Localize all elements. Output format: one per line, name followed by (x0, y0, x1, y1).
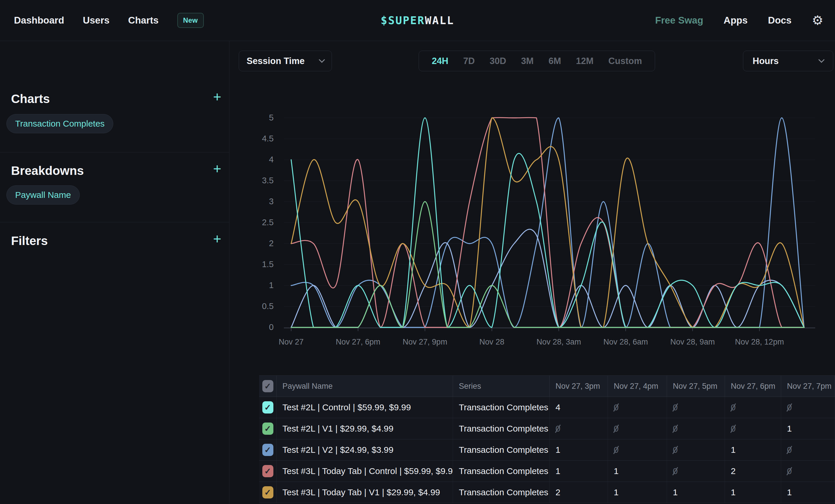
value-cell: 1 (608, 482, 667, 503)
sidebar: Charts + Transaction Completes Breakdown… (0, 41, 229, 504)
chart-series-line (291, 229, 804, 328)
metric-select[interactable]: Session Time (239, 50, 332, 71)
unit-select[interactable]: Hours (743, 50, 833, 71)
value: 0 (787, 402, 792, 412)
range-tab-custom[interactable]: Custom (609, 56, 642, 66)
chip-transaction-completes[interactable]: Transaction Completes (6, 114, 113, 133)
y-axis-label: 4 (230, 155, 274, 164)
nav-item-charts[interactable]: Charts (128, 15, 159, 26)
value: 2 (731, 466, 736, 476)
paywall-name-cell: Test #3L | Today Tab | Control | $59.99,… (277, 461, 453, 482)
value-cell: 1 (725, 439, 781, 460)
table-row: ✓Test #2L | V2 | $24.99, $3.99Transactio… (259, 439, 835, 461)
gear-icon[interactable]: ⚙ (812, 14, 823, 27)
value: 0 (787, 466, 792, 476)
range-tab-24h[interactable]: 24H (432, 56, 448, 66)
y-axis-label: 2 (230, 238, 274, 248)
value-cell: 0 (725, 397, 781, 418)
value-cell: 0 (781, 397, 835, 418)
value: 1 (787, 487, 792, 497)
series-cell: Transaction Completes (453, 461, 550, 482)
value: 1 (614, 466, 619, 476)
row-checkbox[interactable]: ✓ (262, 401, 273, 414)
row-checkbox-cell: ✓ (259, 418, 277, 439)
value-cell: 1 (725, 482, 781, 503)
value-cell: 0 (667, 439, 725, 460)
value-cell: 1 (781, 482, 835, 503)
add-chart-button[interactable]: + (213, 90, 221, 104)
header-cell: Nov 27, 3pm (550, 376, 608, 397)
breakdown-table: ✓Paywall NameSeriesNov 27, 3pmNov 27, 4p… (259, 375, 835, 503)
value-cell: 0 (608, 397, 667, 418)
table-row: ✓Test #2L | V1 | $29.99, $4.99Transactio… (259, 418, 835, 439)
value-cell: 0 (608, 439, 667, 460)
nav-left: DashboardUsersChartsNew (14, 0, 204, 41)
chevron-down-icon (818, 57, 824, 63)
range-tab-3m[interactable]: 3M (521, 56, 534, 66)
x-axis-label: Nov 27, 6pm (336, 338, 380, 346)
row-checkbox[interactable]: ✓ (262, 422, 273, 435)
table-row: ✓Test #3L | Today Tab | Control | $59.99… (259, 461, 835, 482)
nav-item-users[interactable]: Users (83, 15, 109, 26)
nav-item-free-swag[interactable]: Free Swag (655, 15, 703, 26)
logo-rest: WALL (425, 14, 454, 27)
value-cell: 4 (550, 397, 608, 418)
row-checkbox[interactable]: ✓ (262, 444, 273, 456)
row-checkbox-cell: ✓ (259, 397, 277, 418)
table-row: ✓Test #3L | Today Tab | V1 | $29.99, $4.… (259, 482, 835, 503)
y-axis-label: 3.5 (230, 176, 274, 185)
value: 0 (673, 445, 678, 455)
add-breakdown-button[interactable]: + (213, 162, 221, 176)
new-badge: New (177, 13, 204, 28)
value-cell: 0 (781, 439, 835, 460)
x-axis-label: Nov 28, 12pm (735, 338, 784, 346)
y-axis-label: 0 (230, 322, 274, 332)
session-time-chart (256, 110, 827, 352)
range-tab-12m[interactable]: 12M (576, 56, 593, 66)
series-cell: Transaction Completes (453, 482, 550, 503)
value: 1 (787, 424, 792, 434)
value-cell: 0 (667, 418, 725, 439)
y-axis-label: 5 (230, 113, 274, 123)
x-axis-label: Nov 28, 9am (670, 338, 715, 346)
table-row: ✓Test #2L | Control | $59.99, $9.99Trans… (259, 397, 835, 418)
add-filter-button[interactable]: + (213, 232, 221, 246)
metric-select-value: Session Time (247, 56, 316, 66)
range-tab-7d[interactable]: 7D (463, 56, 475, 66)
table-header-row: ✓Paywall NameSeriesNov 27, 3pmNov 27, 4p… (259, 375, 835, 397)
series-cell: Transaction Completes (453, 439, 550, 460)
value: 0 (731, 402, 736, 412)
value-cell: 1 (781, 418, 835, 439)
select-all-checkbox[interactable]: ✓ (262, 380, 273, 392)
value: 2 (555, 487, 561, 497)
value-cell: 1 (608, 461, 667, 482)
value-cell: 0 (667, 397, 725, 418)
nav-item-docs[interactable]: Docs (768, 15, 792, 26)
logo-accent: $SUPER (381, 14, 425, 27)
nav-item-dashboard[interactable]: Dashboard (14, 15, 64, 26)
row-checkbox[interactable]: ✓ (262, 465, 273, 477)
x-axis-label: Nov 28 (480, 338, 505, 346)
value: 0 (614, 402, 619, 412)
y-axis-label: 3 (230, 197, 274, 206)
value-cell: 1 (550, 461, 608, 482)
value: 0 (673, 424, 678, 434)
top-nav: DashboardUsersChartsNew $SUPERWALL Free … (0, 0, 835, 41)
paywall-name-cell: Test #2L | Control | $59.99, $9.99 (277, 397, 453, 418)
x-axis-label: Nov 28, 3am (536, 338, 581, 346)
header-cell: Nov 27, 4pm (608, 376, 667, 397)
section-title-charts: Charts (11, 92, 50, 106)
row-checkbox-cell: ✓ (259, 482, 277, 503)
range-tab-30d[interactable]: 30D (490, 56, 506, 66)
section-title-filters: Filters (11, 234, 48, 248)
range-tab-6m[interactable]: 6M (549, 56, 561, 66)
row-checkbox[interactable]: ✓ (262, 486, 273, 499)
value: 1 (555, 445, 561, 455)
chip-paywall-name[interactable]: Paywall Name (6, 185, 80, 205)
x-axis-label: Nov 27 (279, 338, 304, 346)
series-cell: Transaction Completes (453, 418, 550, 439)
header-cell: Paywall Name (277, 376, 453, 397)
nav-item-apps[interactable]: Apps (724, 15, 748, 26)
x-axis-label: Nov 27, 9pm (403, 338, 447, 346)
value-cell: 1 (550, 439, 608, 460)
